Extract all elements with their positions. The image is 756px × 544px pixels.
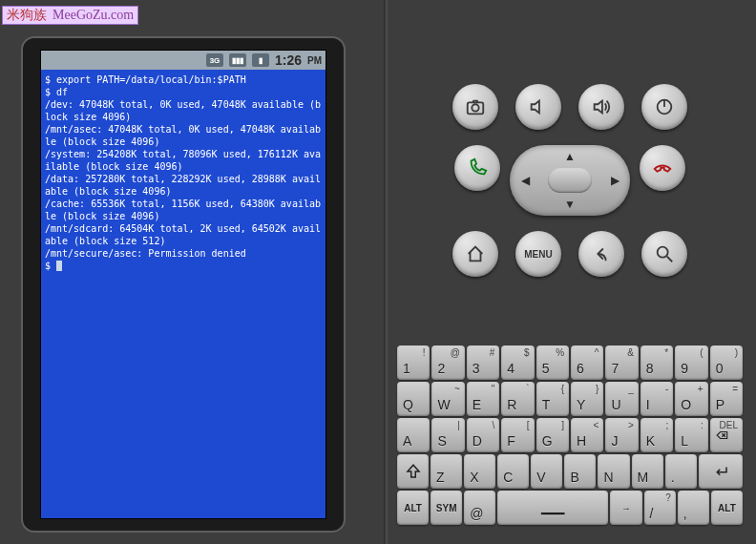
key-@[interactable]: @ (464, 491, 495, 525)
key-i[interactable]: I- (640, 382, 673, 416)
key-→[interactable]: → (610, 491, 641, 525)
search-button[interactable] (641, 231, 687, 277)
svg-point-1 (472, 104, 478, 111)
key-u[interactable]: U_ (605, 382, 638, 416)
key-d[interactable]: D\ (467, 418, 499, 452)
key-3[interactable]: 3# (467, 345, 499, 380)
volume-up-button[interactable] (578, 84, 624, 130)
key-p[interactable]: P= (710, 382, 743, 416)
key-/[interactable]: /? (644, 491, 676, 525)
terminal-line: $ (45, 260, 322, 272)
dpad-left[interactable]: ◀ (515, 164, 535, 197)
key-4[interactable]: 4$ (501, 345, 534, 380)
key-g[interactable]: G] (536, 418, 569, 452)
key-7[interactable]: 7& (605, 345, 638, 380)
terminal-line: /data: 257280K total, 228292K used, 2898… (45, 173, 322, 198)
svg-point-4 (658, 247, 668, 258)
key-f[interactable]: F[ (501, 418, 534, 452)
dpad-center[interactable] (548, 168, 592, 193)
key-n[interactable]: N (598, 454, 629, 489)
keyboard-row1: 1!2@3#4$5%6^7&8*9(0) (397, 345, 743, 380)
dpad-right[interactable]: ▶ (605, 164, 624, 197)
terminal-line: /system: 254208K total, 78096K used, 176… (45, 148, 322, 173)
keyboard-row4: ZXCVBNM. (397, 454, 743, 489)
signal-icon: ▮▮▮ (229, 53, 246, 67)
key-5[interactable]: 5% (536, 345, 569, 380)
key-delete[interactable]: DEL (710, 418, 743, 452)
terminal-line: /dev: 47048K total, 0K used, 47048K avai… (45, 98, 322, 123)
terminal-line: /mnt/secure/asec: Permission denied (45, 247, 322, 260)
key-b[interactable]: B (564, 454, 596, 489)
watermark: 米狗族MeeGoZu.com (2, 6, 138, 25)
key-,[interactable]: , (678, 491, 709, 525)
key-l[interactable]: L: (675, 418, 707, 452)
network-3g-icon: 3G (206, 53, 223, 67)
terminal-line: /mnt/asec: 47048K total, 0K used, 47048K… (45, 123, 322, 148)
key-8[interactable]: 8* (640, 345, 673, 380)
status-bar: 3G ▮▮▮ ▮ 1:26 PM (41, 51, 326, 70)
key-0[interactable]: 0) (710, 345, 743, 380)
hardware-keyboard: 1!2@3#4$5%6^7&8*9(0)QW~E"R`T{Y}U_I-O+P=A… (397, 345, 743, 527)
key-6[interactable]: 6^ (571, 345, 603, 380)
key-a[interactable]: A (397, 418, 430, 452)
key-alt[interactable]: ALT (397, 491, 429, 525)
back-button[interactable] (578, 231, 624, 277)
camera-button[interactable] (452, 84, 498, 130)
menu-button[interactable]: MENU (515, 231, 561, 277)
key-y[interactable]: Y} (571, 382, 603, 416)
key-.[interactable]: . (665, 454, 697, 489)
phone-frame: 3G ▮▮▮ ▮ 1:26 PM $ export PATH=/data/loc… (21, 36, 346, 533)
key-r[interactable]: R` (501, 382, 534, 416)
key-e[interactable]: E" (467, 382, 499, 416)
device-column: 3G ▮▮▮ ▮ 1:26 PM $ export PATH=/data/loc… (0, 0, 384, 544)
key-sym[interactable]: SYM (430, 491, 462, 525)
key-m[interactable]: M (632, 454, 663, 489)
keyboard-row3: AS|D\F[G]H<J>K;L:DEL (397, 418, 743, 452)
end-call-button[interactable] (640, 145, 685, 191)
clock-ampm: PM (307, 55, 322, 66)
terminal-cursor (56, 261, 62, 271)
keyboard-row2: QW~E"R`T{Y}U_I-O+P= (397, 382, 743, 416)
power-button[interactable] (641, 84, 687, 130)
key-w[interactable]: W~ (431, 382, 464, 416)
key-9[interactable]: 9( (675, 345, 707, 380)
watermark-cn: 米狗族 (7, 8, 47, 22)
key-z[interactable]: Z (430, 454, 462, 489)
key-k[interactable]: K; (640, 418, 673, 452)
key-space[interactable]: ━━━ (497, 491, 608, 525)
key-j[interactable]: J> (605, 418, 638, 452)
terminal-output[interactable]: $ export PATH=/data/local/bin:$PATH$ df/… (41, 70, 326, 518)
key-alt[interactable]: ALT (711, 491, 743, 525)
key-v[interactable]: V (531, 454, 562, 489)
dpad-up[interactable]: ▲ (548, 149, 592, 164)
terminal-line: /mnt/sdcard: 64504K total, 2K used, 6450… (45, 222, 322, 247)
home-button[interactable] (452, 231, 498, 277)
watermark-domain: MeeGoZu.com (52, 8, 134, 22)
device-screen[interactable]: 3G ▮▮▮ ▮ 1:26 PM $ export PATH=/data/loc… (40, 50, 326, 519)
key-enter[interactable] (699, 454, 743, 489)
key-c[interactable]: C (497, 454, 529, 489)
terminal-line: $ df (45, 86, 322, 98)
key-q[interactable]: Q (397, 382, 430, 416)
dpad: ▲ ▼ ◀ ▶ (510, 145, 630, 216)
call-button[interactable] (454, 145, 500, 191)
key-shift[interactable] (397, 454, 429, 489)
terminal-line: $ export PATH=/data/local/bin:$PATH (45, 73, 322, 86)
key-2[interactable]: 2@ (431, 345, 464, 380)
volume-down-button[interactable] (515, 84, 561, 130)
key-h[interactable]: H< (571, 418, 603, 452)
key-s[interactable]: S| (431, 418, 464, 452)
menu-label: MENU (524, 249, 552, 260)
battery-icon: ▮ (252, 53, 269, 67)
svg-line-5 (667, 257, 673, 262)
key-1[interactable]: 1! (397, 345, 430, 380)
key-o[interactable]: O+ (675, 382, 707, 416)
pane-divider (384, 0, 388, 544)
hardware-buttons: ▲ ▼ ◀ ▶ MENU (417, 84, 723, 292)
key-x[interactable]: X (464, 454, 495, 489)
terminal-line: /cache: 65536K total, 1156K used, 64380K… (45, 198, 322, 222)
key-t[interactable]: T{ (536, 382, 569, 416)
keyboard-row5: ALTSYM@━━━→/?,ALT (397, 491, 743, 525)
dpad-down[interactable]: ▼ (548, 197, 592, 212)
controls-column: ▲ ▼ ◀ ▶ MENU 1!2@3#4$5%6^7&8*9(0)QW~E"R`… (384, 0, 756, 544)
